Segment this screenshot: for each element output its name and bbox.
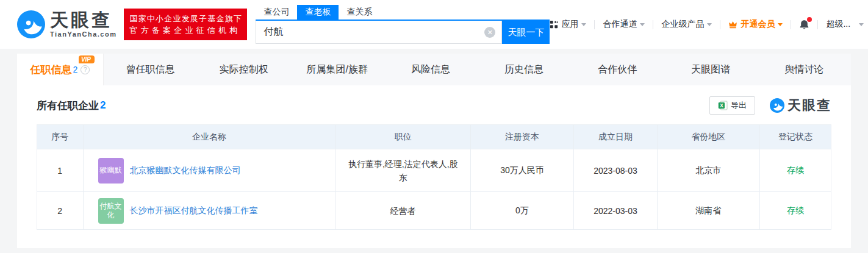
col-header-date: 成立日期	[574, 125, 658, 149]
tab-actual-control[interactable]: 实际控制权	[197, 54, 290, 85]
tab-past-positions[interactable]: 曾任职信息	[104, 54, 197, 85]
capital-cell: 0万	[470, 192, 573, 230]
tianyancha-swirl-icon	[17, 10, 45, 38]
menu-divider	[594, 20, 595, 29]
menu-user-account[interactable]: 超级...	[826, 19, 864, 30]
chevron-down-icon	[581, 23, 586, 26]
menu-partner-channel[interactable]: 合作通道	[603, 19, 645, 30]
title-right: X 导出 天眼查	[709, 96, 831, 115]
tab-tianyan-graph[interactable]: 天眼图谱	[664, 54, 758, 85]
row-index: 1	[37, 149, 84, 192]
menu-divider	[791, 20, 791, 29]
company-count: 2	[100, 99, 106, 112]
logo-subtitle: TianYanCha.com	[50, 30, 117, 38]
search-area: 查公司 查老板 查关系 ✕ 天眼一下	[256, 5, 550, 44]
search-tab-relation[interactable]: 查关系	[339, 5, 380, 20]
title-row: 所有任职企业 2 X 导出 天眼查	[37, 96, 831, 115]
province-cell: 北京市	[657, 149, 759, 192]
logo-title: 天眼查	[50, 11, 117, 29]
gov-certification-badge: 国家中小企业发展子基金旗下 官方备案企业征信机构	[124, 9, 247, 40]
menu-open-vip[interactable]: 开通会员	[728, 19, 783, 30]
menu-enterprise-label: 企业级产品	[661, 19, 704, 30]
menu-partner-label: 合作通道	[603, 19, 637, 30]
date-cell: 2022-03-03	[574, 192, 658, 230]
tab-current-positions[interactable]: VIP 任职信息 2 ?	[17, 54, 104, 85]
col-header-province: 省份地区	[657, 125, 759, 149]
status-badge: 存续	[759, 149, 831, 192]
gov-badge-line2: 官方备案企业征信机构	[129, 24, 242, 36]
search-tab-company[interactable]: 查公司	[256, 5, 297, 20]
notification-dot	[807, 17, 812, 22]
table-row: 1 猴幽默 北京猴幽默文化传媒有限公司 执行董事,经理,法定代表人,股东 30万…	[37, 149, 831, 192]
section-tabbar: VIP 任职信息 2 ? 曾任职信息 实际控制权 所属集团/族群 风险信息 历史…	[17, 54, 851, 85]
search-box: ✕ 天眼一下	[256, 20, 550, 44]
search-input-wrap: ✕	[256, 21, 502, 44]
capital-cell: 30万人民币	[470, 149, 573, 192]
menu-divider	[653, 20, 653, 29]
top-menu: 应用 合作通道 企业级产品 开通会员	[550, 19, 864, 30]
export-button[interactable]: X 导出	[709, 96, 755, 115]
vip-badge: VIP	[79, 55, 95, 63]
province-cell: 湖南省	[657, 192, 759, 230]
menu-enterprise-products[interactable]: 企业级产品	[661, 19, 712, 30]
menu-apps-label: 应用	[561, 19, 578, 30]
table-row: 2 付航文化 长沙市开福区付航文化传播工作室 经营者 0万 2022-03-03…	[37, 192, 831, 230]
search-button[interactable]: 天眼一下	[502, 21, 550, 44]
menu-divider	[817, 20, 818, 29]
position-cell: 执行董事,经理,法定代表人,股东	[335, 149, 470, 192]
tab-count: 2	[73, 65, 78, 74]
username-label: 超级...	[826, 19, 850, 30]
col-header-capital: 注册资本	[470, 125, 573, 149]
tab-history-info[interactable]: 历史信息	[478, 54, 571, 85]
card-body: 所有任职企业 2 X 导出 天眼查	[17, 85, 851, 230]
apps-grid-icon	[550, 20, 558, 29]
status-badge: 存续	[759, 192, 831, 230]
tianyancha-logo[interactable]: 天眼查 TianYanCha.com	[17, 10, 117, 38]
date-cell: 2023-08-03	[574, 149, 658, 192]
col-header-status: 登记状态	[759, 125, 831, 149]
col-header-position: 职位	[335, 125, 470, 149]
position-cell: 经营者	[335, 192, 470, 230]
positions-table: 序号 企业名称 职位 注册资本 成立日期 省份地区 登记状态 1 猴幽默 北京猴…	[37, 124, 831, 230]
company-link[interactable]: 长沙市开福区付航文化传播工作室	[130, 205, 258, 216]
search-tab-boss[interactable]: 查老板	[297, 5, 339, 20]
search-tabs: 查公司 查老板 查关系	[256, 5, 550, 20]
row-index: 2	[37, 192, 84, 230]
tab-current-positions-label: 任职信息	[30, 63, 72, 77]
chevron-down-icon	[707, 23, 712, 26]
notification-bell[interactable]	[799, 20, 809, 30]
chevron-down-icon	[640, 23, 645, 26]
table-header-row: 序号 企业名称 职位 注册资本 成立日期 省份地区 登记状态	[37, 125, 831, 149]
top-header: 天眼查 TianYanCha.com 国家中小企业发展子基金旗下 官方备案企业征…	[0, 0, 868, 49]
chevron-down-icon	[778, 23, 783, 26]
page-title: 所有任职企业	[37, 99, 99, 113]
svg-text:X: X	[720, 103, 723, 109]
tab-risk-info[interactable]: 风险信息	[384, 54, 477, 85]
menu-apps[interactable]: 应用	[550, 19, 586, 30]
tab-partners[interactable]: 合作伙伴	[571, 54, 664, 85]
col-header-company: 企业名称	[83, 125, 335, 149]
crown-icon	[728, 20, 737, 29]
gov-badge-line1: 国家中小企业发展子基金旗下	[129, 13, 242, 24]
logo-text: 天眼查 TianYanCha.com	[50, 11, 117, 38]
company-link[interactable]: 北京猴幽默文化传媒有限公司	[130, 165, 241, 176]
search-input[interactable]	[256, 21, 501, 43]
company-avatar: 付航文化	[98, 198, 124, 224]
watermark-logo: 天眼查	[770, 96, 831, 115]
export-label: 导出	[731, 100, 747, 111]
tianyancha-swirl-icon	[770, 98, 784, 113]
clear-search-icon[interactable]: ✕	[484, 27, 495, 38]
tab-group-family[interactable]: 所属集团/族群	[290, 54, 384, 85]
col-header-index: 序号	[37, 125, 84, 149]
chevron-down-icon	[859, 23, 864, 26]
tab-public-opinion[interactable]: 舆情讨论	[758, 54, 851, 85]
menu-divider	[720, 20, 720, 29]
help-question-icon[interactable]: ?	[81, 65, 90, 74]
excel-icon: X	[718, 101, 728, 110]
menu-vip-label: 开通会员	[741, 19, 775, 30]
company-avatar: 猴幽默	[98, 158, 124, 184]
profile-card: VIP 任职信息 2 ? 曾任职信息 实际控制权 所属集团/族群 风险信息 历史…	[17, 54, 851, 248]
watermark-text: 天眼查	[787, 96, 831, 115]
